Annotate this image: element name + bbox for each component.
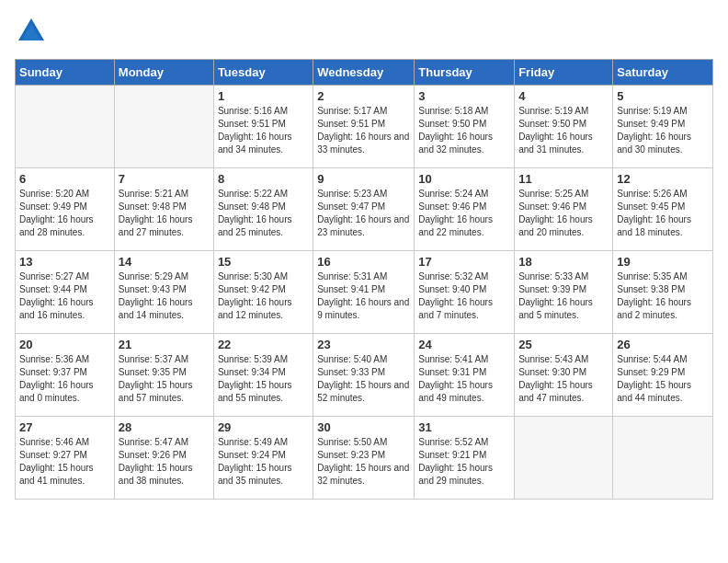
day-number: 29	[218, 420, 309, 434]
calendar-cell: 30Sunrise: 5:50 AM Sunset: 9:23 PM Dayli…	[313, 417, 415, 500]
day-info: Sunrise: 5:33 AM Sunset: 9:39 PM Dayligh…	[518, 270, 609, 322]
day-info: Sunrise: 5:16 AM Sunset: 9:51 PM Dayligh…	[218, 105, 309, 156]
calendar-cell: 10Sunrise: 5:24 AM Sunset: 9:46 PM Dayli…	[415, 168, 515, 251]
page-header	[15, 15, 713, 48]
day-number: 31	[418, 420, 510, 434]
day-number: 17	[418, 255, 510, 269]
calendar-cell: 13Sunrise: 5:27 AM Sunset: 9:44 PM Dayli…	[16, 251, 115, 334]
day-info: Sunrise: 5:47 AM Sunset: 9:26 PM Dayligh…	[119, 436, 210, 488]
calendar-cell: 21Sunrise: 5:37 AM Sunset: 9:35 PM Dayli…	[114, 334, 213, 417]
weekday-header-row: SundayMondayTuesdayWednesdayThursdayFrid…	[16, 60, 713, 86]
logo	[15, 15, 51, 48]
day-info: Sunrise: 5:49 AM Sunset: 9:24 PM Dayligh…	[218, 436, 309, 488]
calendar-cell: 3Sunrise: 5:18 AM Sunset: 9:50 PM Daylig…	[415, 86, 515, 168]
weekday-header: Wednesday	[313, 60, 415, 86]
day-info: Sunrise: 5:43 AM Sunset: 9:30 PM Dayligh…	[518, 353, 609, 405]
calendar-cell: 20Sunrise: 5:36 AM Sunset: 9:37 PM Dayli…	[16, 334, 115, 417]
day-number: 10	[418, 172, 510, 186]
day-info: Sunrise: 5:21 AM Sunset: 9:48 PM Dayligh…	[119, 188, 210, 239]
day-number: 27	[19, 420, 110, 434]
weekday-header: Saturday	[613, 60, 713, 86]
day-number: 30	[317, 420, 410, 434]
day-number: 13	[19, 255, 110, 269]
day-number: 18	[518, 255, 609, 269]
weekday-header: Friday	[515, 60, 613, 86]
day-info: Sunrise: 5:27 AM Sunset: 9:44 PM Dayligh…	[19, 270, 110, 322]
calendar-cell: 7Sunrise: 5:21 AM Sunset: 9:48 PM Daylig…	[114, 168, 213, 251]
calendar-cell: 11Sunrise: 5:25 AM Sunset: 9:46 PM Dayli…	[515, 168, 613, 251]
day-info: Sunrise: 5:52 AM Sunset: 9:21 PM Dayligh…	[418, 436, 510, 488]
day-number: 28	[119, 420, 210, 434]
day-number: 25	[518, 338, 609, 351]
day-info: Sunrise: 5:29 AM Sunset: 9:43 PM Dayligh…	[119, 270, 210, 322]
week-row: 6Sunrise: 5:20 AM Sunset: 9:49 PM Daylig…	[16, 168, 713, 251]
day-info: Sunrise: 5:37 AM Sunset: 9:35 PM Dayligh…	[119, 353, 210, 405]
day-number: 3	[418, 89, 510, 103]
calendar-cell: 18Sunrise: 5:33 AM Sunset: 9:39 PM Dayli…	[515, 251, 613, 334]
day-info: Sunrise: 5:22 AM Sunset: 9:48 PM Dayligh…	[218, 188, 309, 239]
day-info: Sunrise: 5:40 AM Sunset: 9:33 PM Dayligh…	[317, 353, 410, 405]
day-info: Sunrise: 5:19 AM Sunset: 9:50 PM Dayligh…	[518, 105, 609, 156]
calendar-cell: 12Sunrise: 5:26 AM Sunset: 9:45 PM Dayli…	[613, 168, 713, 251]
calendar-cell: 31Sunrise: 5:52 AM Sunset: 9:21 PM Dayli…	[415, 417, 515, 500]
calendar-cell: 14Sunrise: 5:29 AM Sunset: 9:43 PM Dayli…	[114, 251, 213, 334]
day-number: 12	[617, 172, 709, 186]
day-number: 2	[317, 89, 410, 103]
calendar-cell: 22Sunrise: 5:39 AM Sunset: 9:34 PM Dayli…	[213, 334, 313, 417]
day-info: Sunrise: 5:36 AM Sunset: 9:37 PM Dayligh…	[19, 353, 110, 405]
calendar-cell	[613, 417, 713, 500]
day-number: 23	[317, 338, 410, 351]
weekday-header: Sunday	[16, 60, 115, 86]
day-number: 24	[418, 338, 510, 351]
day-info: Sunrise: 5:32 AM Sunset: 9:40 PM Dayligh…	[418, 270, 510, 322]
week-row: 27Sunrise: 5:46 AM Sunset: 9:27 PM Dayli…	[16, 417, 713, 500]
day-info: Sunrise: 5:50 AM Sunset: 9:23 PM Dayligh…	[317, 436, 410, 488]
calendar-cell: 1Sunrise: 5:16 AM Sunset: 9:51 PM Daylig…	[213, 86, 313, 168]
day-info: Sunrise: 5:41 AM Sunset: 9:31 PM Dayligh…	[418, 353, 510, 405]
day-number: 1	[218, 89, 309, 103]
calendar-cell: 5Sunrise: 5:19 AM Sunset: 9:49 PM Daylig…	[613, 86, 713, 168]
day-number: 9	[317, 172, 410, 186]
day-info: Sunrise: 5:24 AM Sunset: 9:46 PM Dayligh…	[418, 188, 510, 239]
week-row: 1Sunrise: 5:16 AM Sunset: 9:51 PM Daylig…	[16, 86, 713, 168]
calendar-cell: 25Sunrise: 5:43 AM Sunset: 9:30 PM Dayli…	[515, 334, 613, 417]
day-number: 14	[119, 255, 210, 269]
day-info: Sunrise: 5:44 AM Sunset: 9:29 PM Dayligh…	[617, 353, 709, 405]
calendar-cell: 24Sunrise: 5:41 AM Sunset: 9:31 PM Dayli…	[415, 334, 515, 417]
calendar-cell: 26Sunrise: 5:44 AM Sunset: 9:29 PM Dayli…	[613, 334, 713, 417]
calendar-cell	[16, 86, 115, 168]
day-info: Sunrise: 5:30 AM Sunset: 9:42 PM Dayligh…	[218, 270, 309, 322]
week-row: 13Sunrise: 5:27 AM Sunset: 9:44 PM Dayli…	[16, 251, 713, 334]
day-number: 4	[518, 89, 609, 103]
day-info: Sunrise: 5:17 AM Sunset: 9:51 PM Dayligh…	[317, 105, 410, 156]
logo-icon	[15, 15, 48, 48]
calendar-cell: 9Sunrise: 5:23 AM Sunset: 9:47 PM Daylig…	[313, 168, 415, 251]
calendar-cell: 2Sunrise: 5:17 AM Sunset: 9:51 PM Daylig…	[313, 86, 415, 168]
day-number: 11	[518, 172, 609, 186]
day-info: Sunrise: 5:31 AM Sunset: 9:41 PM Dayligh…	[317, 270, 410, 322]
day-info: Sunrise: 5:26 AM Sunset: 9:45 PM Dayligh…	[617, 188, 709, 239]
day-number: 26	[617, 338, 709, 351]
day-number: 5	[617, 89, 709, 103]
day-number: 22	[218, 338, 309, 351]
day-number: 15	[218, 255, 309, 269]
day-info: Sunrise: 5:23 AM Sunset: 9:47 PM Dayligh…	[317, 188, 410, 239]
day-info: Sunrise: 5:46 AM Sunset: 9:27 PM Dayligh…	[19, 436, 110, 488]
calendar-cell: 29Sunrise: 5:49 AM Sunset: 9:24 PM Dayli…	[213, 417, 313, 500]
calendar-cell: 6Sunrise: 5:20 AM Sunset: 9:49 PM Daylig…	[16, 168, 115, 251]
day-number: 21	[119, 338, 210, 351]
calendar-cell: 17Sunrise: 5:32 AM Sunset: 9:40 PM Dayli…	[415, 251, 515, 334]
calendar-cell: 19Sunrise: 5:35 AM Sunset: 9:38 PM Dayli…	[613, 251, 713, 334]
weekday-header: Monday	[114, 60, 213, 86]
calendar-cell: 4Sunrise: 5:19 AM Sunset: 9:50 PM Daylig…	[515, 86, 613, 168]
day-info: Sunrise: 5:18 AM Sunset: 9:50 PM Dayligh…	[418, 105, 510, 156]
calendar-cell	[515, 417, 613, 500]
day-info: Sunrise: 5:25 AM Sunset: 9:46 PM Dayligh…	[518, 188, 609, 239]
day-number: 19	[617, 255, 709, 269]
day-info: Sunrise: 5:20 AM Sunset: 9:49 PM Dayligh…	[19, 188, 110, 239]
calendar-cell: 28Sunrise: 5:47 AM Sunset: 9:26 PM Dayli…	[114, 417, 213, 500]
calendar-table: SundayMondayTuesdayWednesdayThursdayFrid…	[15, 59, 713, 500]
day-number: 8	[218, 172, 309, 186]
calendar-cell: 16Sunrise: 5:31 AM Sunset: 9:41 PM Dayli…	[313, 251, 415, 334]
calendar-cell: 15Sunrise: 5:30 AM Sunset: 9:42 PM Dayli…	[213, 251, 313, 334]
